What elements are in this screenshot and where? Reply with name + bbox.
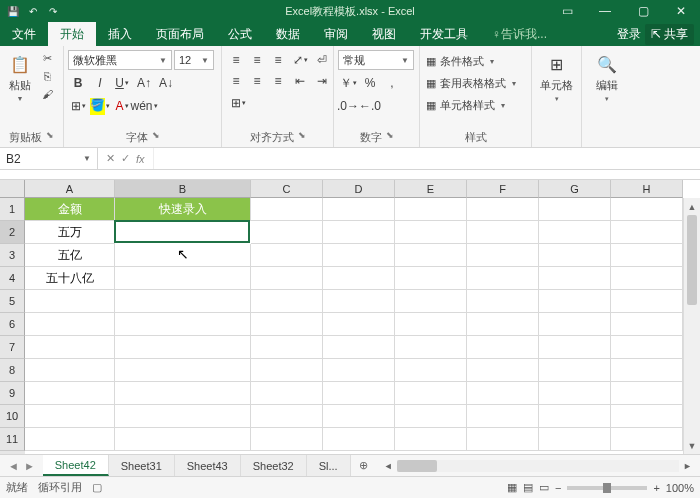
cell[interactable] [611,267,683,290]
col-header-c[interactable]: C [251,180,323,198]
cell[interactable] [467,382,539,405]
cut-icon[interactable]: ✂ [38,50,56,66]
row-header-5[interactable]: 5 [0,290,25,313]
align-center-button[interactable]: ≡ [247,71,267,91]
redo-icon[interactable]: ↷ [46,4,60,18]
cell[interactable] [395,244,467,267]
cell[interactable] [611,290,683,313]
cell[interactable] [611,198,683,221]
hscroll-right-icon[interactable]: ► [679,461,696,471]
cell[interactable] [395,290,467,313]
cell[interactable] [25,382,115,405]
cell[interactable] [251,382,323,405]
cell[interactable] [539,198,611,221]
align-bottom-button[interactable]: ≡ [268,50,288,70]
tell-me[interactable]: ♀ 告诉我... [480,22,559,46]
vscroll-thumb[interactable] [687,215,697,305]
cell[interactable] [467,244,539,267]
cell[interactable] [251,267,323,290]
cell[interactable] [395,405,467,428]
cell[interactable] [115,359,251,382]
tab-home[interactable]: 开始 [48,22,96,46]
cell[interactable] [611,244,683,267]
accounting-format-button[interactable]: ￥▾ [338,73,358,93]
col-header-a[interactable]: A [25,180,115,198]
view-page-layout-icon[interactable]: ▤ [523,481,533,494]
save-icon[interactable]: 💾 [6,4,20,18]
sheet-tab-sheet32[interactable]: Sheet32 [241,455,307,476]
select-all-corner[interactable] [0,180,25,198]
undo-icon[interactable]: ↶ [26,4,40,18]
tab-review[interactable]: 审阅 [312,22,360,46]
cell[interactable] [323,290,395,313]
cell[interactable] [323,198,395,221]
copy-icon[interactable]: ⎘ [38,68,56,84]
cell-a2[interactable]: 五万 [25,221,115,244]
number-format-combo[interactable]: 常规▼ [338,50,414,70]
grow-font-button[interactable]: A↑ [134,73,154,93]
bold-button[interactable]: B [68,73,88,93]
cell[interactable] [25,405,115,428]
comma-button[interactable]: , [382,73,402,93]
font-size-combo[interactable]: 12▼ [174,50,214,70]
cell-styles-button[interactable]: ▦单元格样式▾ [424,94,527,116]
cell[interactable] [395,198,467,221]
header-cell-amount[interactable]: 金额 [25,198,115,221]
cell[interactable] [25,336,115,359]
tab-insert[interactable]: 插入 [96,22,144,46]
cell[interactable] [539,336,611,359]
cell[interactable] [539,428,611,451]
cells-menu-button[interactable]: ⊞ 单元格 ▾ [536,50,577,105]
fx-icon[interactable]: fx [136,153,145,165]
cancel-edit-icon[interactable]: ✕ [106,152,115,165]
decrease-indent-button[interactable]: ⇤ [290,71,310,91]
share-button[interactable]: ⇱ 共享 [645,24,694,45]
border-button[interactable]: ⊞▾ [68,96,88,116]
cell[interactable] [611,313,683,336]
cell[interactable] [25,313,115,336]
sheet-tab-sheet42[interactable]: Sheet42 [43,455,109,476]
cell[interactable] [467,428,539,451]
col-header-d[interactable]: D [323,180,395,198]
zoom-level[interactable]: 100% [666,482,694,494]
horizontal-scrollbar[interactable]: ◄ ► [376,455,700,476]
decrease-decimal-button[interactable]: ←.0 [360,96,380,116]
col-header-f[interactable]: F [467,180,539,198]
close-icon[interactable]: ✕ [662,0,700,22]
font-name-combo[interactable]: 微软雅黑▼ [68,50,172,70]
cell[interactable] [539,313,611,336]
header-cell-quickentry[interactable]: 快速录入 [115,198,251,221]
zoom-in-icon[interactable]: + [653,482,659,494]
cell[interactable] [539,382,611,405]
add-sheet-button[interactable]: ⊕ [351,455,376,476]
cell[interactable] [539,359,611,382]
cell[interactable] [115,290,251,313]
align-right-button[interactable]: ≡ [268,71,288,91]
cell[interactable] [467,359,539,382]
cell-a4[interactable]: 五十八亿 [25,267,115,290]
scroll-up-icon[interactable]: ▲ [684,198,700,215]
confirm-edit-icon[interactable]: ✓ [121,152,130,165]
cell[interactable] [251,244,323,267]
cell[interactable] [251,198,323,221]
editing-menu-button[interactable]: 🔍 编辑 ▾ [586,50,628,105]
increase-indent-button[interactable]: ⇥ [312,71,332,91]
cell[interactable] [115,382,251,405]
cell[interactable] [25,359,115,382]
login-button[interactable]: 登录 [617,26,641,43]
row-header-4[interactable]: 4 [0,267,25,290]
formula-input[interactable] [154,148,700,169]
font-launcher-icon[interactable]: ⬊ [152,130,160,145]
row-header-11[interactable]: 11 [0,428,25,451]
col-header-g[interactable]: G [539,180,611,198]
cell[interactable] [611,359,683,382]
cell[interactable] [251,405,323,428]
scroll-down-icon[interactable]: ▼ [684,437,700,454]
cell[interactable] [467,313,539,336]
minimize-icon[interactable]: — [586,0,624,22]
format-as-table-button[interactable]: ▦套用表格格式▾ [424,72,527,94]
cell[interactable] [251,336,323,359]
cell[interactable] [611,405,683,428]
cell[interactable] [395,267,467,290]
align-middle-button[interactable]: ≡ [247,50,267,70]
